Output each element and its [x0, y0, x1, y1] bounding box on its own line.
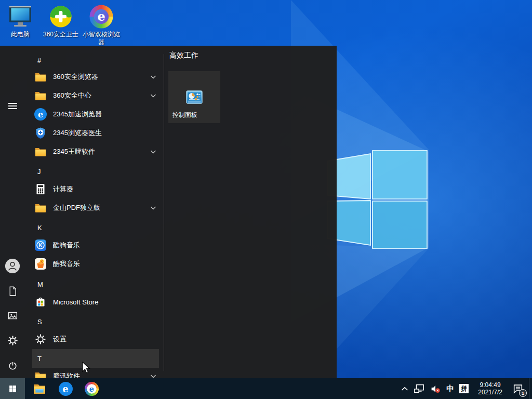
action-center-button[interactable]: 1 — [509, 378, 529, 399]
shield-icon — [34, 127, 47, 139]
app-item-tencent-software[interactable]: 腾讯软件 — [32, 367, 159, 378]
app-section-header[interactable]: M — [32, 275, 159, 294]
this-pc-icon — [8, 4, 33, 29]
expand-menu-button[interactable] — [0, 94, 25, 118]
taskbar-2345-browser[interactable]: e — [54, 378, 77, 399]
chevron-down-icon[interactable] — [150, 374, 157, 378]
app-item-kuwo-music[interactable]: 酷我音乐 — [32, 255, 159, 273]
ime-mode-button[interactable]: 中 — [444, 378, 457, 399]
tile-control-panel[interactable]: 控制面板 — [168, 71, 220, 123]
app-section-header[interactable]: J — [32, 162, 159, 181]
kuwo-icon — [34, 258, 47, 270]
pictures-button[interactable] — [0, 303, 25, 328]
taskbar-file-explorer[interactable] — [28, 378, 51, 399]
desktop-icon-label: 此电脑 — [0, 31, 41, 38]
documents-icon — [7, 286, 18, 297]
app-section-header-highlighted[interactable]: T — [32, 349, 159, 368]
start-menu-rail — [0, 46, 25, 378]
app-section-header[interactable]: K — [32, 218, 159, 237]
notification-badge: 1 — [519, 389, 527, 397]
xiaozhi-browser-icon — [85, 382, 99, 396]
settings-gear-icon — [34, 333, 47, 345]
app-item-2345-suite[interactable]: 2345王牌软件 — [32, 142, 159, 161]
app-list: # 360安全浏览器 360安全中心 e 2345加速浏览器 2345浏览器医生 — [25, 46, 164, 378]
browser-2345-icon: e — [34, 108, 47, 121]
network-tray-button[interactable] — [411, 378, 428, 399]
folder-icon — [34, 145, 47, 158]
kugou-icon — [34, 239, 47, 251]
calculator-icon — [34, 183, 47, 195]
volume-muted-icon — [430, 383, 441, 394]
chevron-down-icon[interactable] — [150, 150, 157, 154]
app-item-kingsoft-pdf[interactable]: 金山PDF独立版 — [32, 198, 159, 217]
desktop-screen: 此电脑 360安全卫士 小智双核浏览器 — [0, 0, 532, 399]
chevron-up-icon — [401, 387, 408, 391]
folder-icon — [34, 71, 47, 83]
chevron-down-icon[interactable] — [150, 94, 157, 98]
user-avatar-icon — [5, 258, 20, 274]
chevron-down-icon[interactable] — [150, 206, 157, 210]
pictures-icon — [7, 310, 18, 321]
folder-icon — [34, 89, 47, 102]
taskbar: e 中 拼 9:04:49 2021/7/2 — [0, 378, 532, 399]
windows-start-icon — [8, 384, 17, 393]
desktop-icon-360-safe[interactable]: 360安全卫士 — [41, 4, 81, 38]
desktop-icon-this-pc[interactable]: 此电脑 — [0, 4, 41, 38]
app-item-settings[interactable]: 设置 — [32, 330, 159, 349]
settings-gear-icon — [7, 335, 18, 346]
app-item-360-browser[interactable]: 360安全浏览器 — [32, 68, 159, 86]
power-button[interactable] — [0, 353, 25, 378]
start-button[interactable] — [0, 378, 25, 399]
tile-label: 控制面板 — [172, 111, 197, 119]
app-item-2345-doctor[interactable]: 2345浏览器医生 — [32, 124, 159, 142]
power-icon — [7, 360, 18, 371]
app-section-header[interactable]: S — [32, 312, 159, 331]
settings-button[interactable] — [0, 328, 25, 353]
tile-group-label[interactable]: 高效工作 — [169, 51, 198, 60]
clock-time: 9:04:49 — [478, 381, 502, 389]
app-section-header[interactable]: # — [32, 51, 159, 70]
app-item-microsoft-store[interactable]: Microsoft Store — [32, 292, 159, 311]
show-hidden-icons-button[interactable] — [398, 378, 411, 399]
xiaozhi-browser-icon — [89, 5, 113, 29]
tile-area: 高效工作 控制面板 — [168, 46, 337, 378]
system-tray: 中 拼 9:04:49 2021/7/2 1 — [398, 378, 532, 399]
360-safe-icon — [49, 5, 73, 29]
show-desktop-button[interactable] — [529, 378, 532, 399]
folder-icon — [34, 202, 47, 214]
desktop-icon-label: 小智双核浏览器 — [81, 31, 122, 46]
app-item-360-center[interactable]: 360安全中心 — [32, 86, 159, 105]
app-item-kugou-music[interactable]: 酷狗音乐 — [32, 236, 159, 255]
ethernet-icon — [414, 383, 425, 394]
desktop-icon-xiaozhi-browser[interactable]: 小智双核浏览器 — [81, 4, 122, 46]
documents-button[interactable] — [0, 278, 25, 303]
clock-button[interactable]: 9:04:49 2021/7/2 — [471, 378, 509, 399]
folder-icon — [34, 370, 47, 378]
clock-date: 2021/7/2 — [478, 389, 502, 396]
volume-tray-button[interactable] — [428, 378, 444, 399]
microsoft-store-icon — [34, 296, 47, 308]
control-panel-icon — [186, 89, 203, 108]
app-list-scrollbar[interactable] — [164, 54, 164, 371]
ime-scheme-button[interactable]: 拼 — [457, 378, 471, 399]
chevron-down-icon[interactable] — [150, 75, 157, 79]
browser-2345-icon: e — [59, 382, 73, 396]
hamburger-icon — [8, 101, 17, 111]
app-item-calculator[interactable]: 计算器 — [32, 180, 159, 198]
file-explorer-icon — [33, 382, 46, 395]
start-menu: # 360安全浏览器 360安全中心 e 2345加速浏览器 2345浏览器医生 — [0, 46, 337, 378]
desktop-icon-label: 360安全卫士 — [41, 31, 81, 38]
app-item-2345-browser[interactable]: e 2345加速浏览器 — [32, 105, 159, 124]
taskbar-xiaozhi-browser[interactable] — [80, 378, 103, 399]
user-account-button[interactable] — [0, 254, 25, 278]
